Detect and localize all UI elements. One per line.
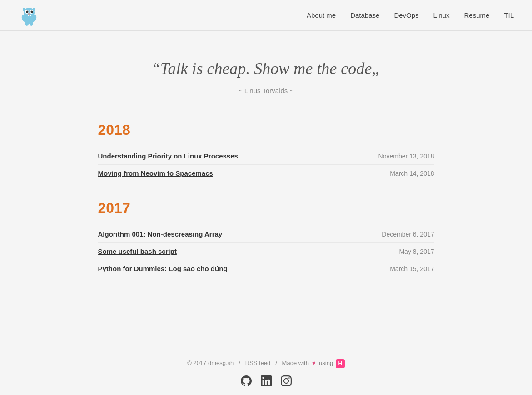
navbar: About me Database DevOps Linux Resume TI… (0, 0, 532, 31)
post-link-bash[interactable]: Some useful bash script (98, 247, 177, 255)
post-link-python[interactable]: Python for Dummies: Log sao cho đúng (98, 265, 228, 272)
nav-linux[interactable]: Linux (433, 11, 450, 19)
svg-point-5 (31, 10, 33, 13)
main-content: “Talk is cheap. Show me the code„ ~ Linu… (80, 31, 452, 313)
nav-til[interactable]: TIL (504, 11, 514, 19)
svg-rect-12 (30, 15, 31, 16)
quote-author: ~ Linus Torvalds ~ (98, 87, 434, 94)
footer: © 2017 dmesg.sh / RSS feed / Made with ♥… (0, 341, 532, 395)
nav-resume[interactable]: Resume (464, 11, 489, 19)
footer-sep2: / (275, 360, 277, 366)
instagram-icon (281, 375, 292, 386)
post-item: Some useful bash script May 8, 2017 (98, 243, 434, 260)
rss-feed-link[interactable]: RSS feed (245, 360, 271, 366)
svg-rect-11 (28, 15, 29, 16)
instagram-link[interactable] (281, 375, 292, 389)
year-heading-2018: 2018 (98, 122, 434, 138)
post-date: May 8, 2017 (399, 248, 434, 255)
copyright-text: © 2017 dmesg.sh (187, 360, 234, 366)
site-logo[interactable] (18, 5, 40, 26)
svg-point-14 (30, 21, 33, 26)
heart-icon: ♥ (310, 360, 317, 366)
linkedin-icon (261, 375, 272, 386)
year-heading-2017: 2017 (98, 200, 434, 217)
post-link-algorithm[interactable]: Algorithm 001: Non-descreasing Array (98, 230, 223, 238)
footer-copyright-line: © 2017 dmesg.sh / RSS feed / Made with ♥… (9, 359, 523, 368)
post-date: December 6, 2017 (382, 231, 434, 238)
nav-about[interactable]: About me (307, 11, 336, 19)
hugo-icon: H (336, 359, 345, 368)
nav-database[interactable]: Database (350, 11, 379, 19)
post-item: Moving from Neovim to Spacemacs March 14… (98, 165, 434, 182)
svg-point-4 (26, 10, 29, 13)
year-section-2018: 2018 Understanding Priority on Linux Pro… (98, 122, 434, 182)
footer-sep1: / (239, 360, 240, 366)
post-date: November 13, 2018 (378, 153, 434, 160)
post-date: March 15, 2017 (390, 265, 434, 272)
nav-links: About me Database DevOps Linux Resume TI… (307, 11, 514, 20)
svg-point-13 (25, 21, 29, 26)
quote-text: “Talk is cheap. Show me the code„ (98, 58, 434, 79)
post-item: Algorithm 001: Non-descreasing Array Dec… (98, 226, 434, 243)
linkedin-link[interactable] (261, 375, 272, 389)
post-item: Python for Dummies: Log sao cho đúng Mar… (98, 260, 434, 277)
svg-point-7 (23, 8, 25, 11)
post-date: March 14, 2018 (390, 170, 434, 177)
post-link-priority[interactable]: Understanding Priority on Linux Processe… (98, 152, 238, 160)
github-icon (241, 375, 252, 386)
made-with-prefix: Made with (282, 360, 309, 366)
svg-point-8 (33, 8, 35, 11)
post-item: Understanding Priority on Linux Processe… (98, 148, 434, 165)
nav-devops[interactable]: DevOps (394, 11, 418, 19)
quote-section: “Talk is cheap. Show me the code„ ~ Linu… (98, 58, 434, 94)
logo-icon (18, 5, 40, 26)
social-links (9, 375, 523, 389)
year-section-2017: 2017 Algorithm 001: Non-descreasing Arra… (98, 200, 434, 277)
made-with-suffix: using (319, 360, 333, 366)
post-link-neovim[interactable]: Moving from Neovim to Spacemacs (98, 169, 213, 177)
github-link[interactable] (241, 375, 252, 389)
